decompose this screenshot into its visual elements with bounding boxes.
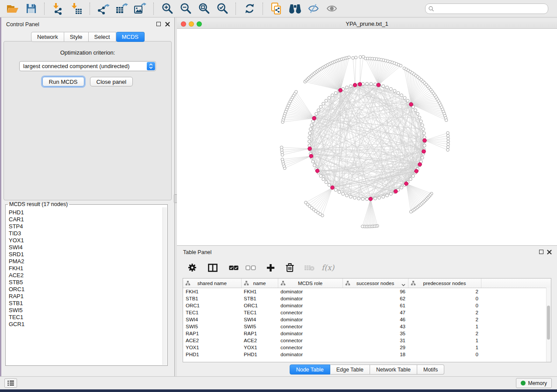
cell-shared-name[interactable]: YOX1 [183, 344, 241, 351]
tab-edge-table[interactable]: Edge Table [330, 364, 370, 375]
cell-name[interactable]: ACE2 [241, 337, 278, 344]
mcds-result-item[interactable]: CAR1 [9, 216, 163, 223]
cell-mcds-role[interactable]: connector [278, 309, 343, 316]
column-header-successor-nodes[interactable]: successor nodes [343, 279, 408, 288]
ui-panel-list-button[interactable] [4, 378, 17, 388]
mcds-result-item[interactable]: ACE2 [9, 272, 163, 279]
select-all-button[interactable] [229, 265, 239, 270]
cell-predecessor-nodes[interactable]: 0 [408, 295, 481, 302]
mcds-result-item[interactable]: PMA2 [9, 258, 163, 265]
cell-successor-nodes[interactable]: 61 [343, 302, 408, 309]
cell-name[interactable]: FKH1 [241, 288, 278, 296]
mcds-result-item[interactable]: GCR1 [9, 321, 163, 328]
unselect-all-button[interactable] [246, 265, 256, 270]
cell-successor-nodes[interactable]: 47 [343, 309, 408, 316]
cell-successor-nodes[interactable]: 29 [343, 344, 408, 351]
cell-shared-name[interactable]: RAP1 [183, 330, 241, 337]
cell-name[interactable]: RAP1 [241, 330, 278, 337]
table-row[interactable]: ORC1ORC1dominator610 [183, 302, 551, 309]
cell-name[interactable]: PHD1 [241, 351, 278, 358]
function-builder-label[interactable]: f(x) [322, 263, 334, 272]
cell-predecessor-nodes[interactable]: 1 [408, 344, 481, 351]
cell-predecessor-nodes[interactable]: 1 [408, 337, 481, 344]
cell-predecessor-nodes[interactable]: 0 [408, 302, 481, 309]
cell-predecessor-nodes[interactable]: 2 [408, 288, 481, 296]
cell-mcds-role[interactable]: dominator [278, 330, 343, 337]
mcds-result-item[interactable]: STB5 [9, 279, 163, 286]
table-scrollbar-thumb[interactable] [547, 306, 550, 340]
cell-mcds-role[interactable]: dominator [278, 295, 343, 302]
cell-name[interactable]: SWI5 [241, 323, 278, 330]
cell-successor-nodes[interactable]: 62 [343, 295, 408, 302]
tab-mcds[interactable]: MCDS [116, 32, 145, 42]
criterion-select[interactable]: largest connected component (undirected) [19, 61, 156, 71]
table-row[interactable]: FKH1FKH1dominator962 [183, 288, 551, 296]
tab-network-table[interactable]: Network Table [370, 364, 417, 375]
mcds-result-item[interactable]: RAP1 [9, 293, 163, 300]
cell-mcds-role[interactable]: connector [278, 323, 343, 330]
cell-predecessor-nodes[interactable]: 2 [408, 316, 481, 323]
close-panel-icon[interactable] [165, 21, 170, 27]
cell-predecessor-nodes[interactable]: 1 [408, 323, 481, 330]
tab-style[interactable]: Style [64, 32, 89, 42]
tab-motifs[interactable]: Motifs [417, 364, 444, 375]
cell-successor-nodes[interactable]: 18 [343, 351, 408, 358]
mcds-result-item[interactable]: SWI4 [9, 244, 163, 251]
show-details-button[interactable] [324, 1, 339, 16]
add-row-button[interactable] [266, 264, 275, 272]
cell-successor-nodes[interactable]: 31 [343, 337, 408, 344]
refresh-network-button[interactable] [242, 1, 257, 16]
search-input[interactable] [434, 5, 545, 12]
delete-table-button[interactable] [304, 265, 315, 271]
mcds-result-item[interactable]: SRD1 [9, 251, 163, 258]
table-scrollbar[interactable] [546, 288, 551, 362]
close-table-panel-icon[interactable] [547, 249, 552, 254]
zoom-fit-button[interactable] [196, 1, 212, 16]
cell-successor-nodes[interactable]: 43 [343, 323, 408, 330]
cell-shared-name[interactable]: ACE2 [183, 337, 241, 344]
mcds-result-item[interactable]: PHD1 [9, 209, 163, 216]
cell-successor-nodes[interactable]: 96 [343, 288, 408, 296]
result-list-scrollbar[interactable] [163, 207, 167, 365]
cell-mcds-role[interactable]: connector [278, 344, 343, 351]
cell-predecessor-nodes[interactable]: 0 [408, 351, 481, 358]
cell-shared-name[interactable]: PHD1 [183, 351, 241, 358]
run-mcds-button[interactable]: Run MCDS [42, 77, 84, 86]
delete-row-button[interactable] [285, 263, 294, 272]
cell-successor-nodes[interactable]: 46 [343, 316, 408, 323]
float-panel-icon[interactable] [156, 21, 161, 27]
cell-successor-nodes[interactable]: 35 [343, 330, 408, 337]
cell-name[interactable]: SWI4 [241, 316, 278, 323]
cell-shared-name[interactable]: SWI4 [183, 316, 241, 323]
cell-name[interactable]: YOX1 [241, 344, 278, 351]
search-field[interactable] [425, 3, 548, 14]
node-table[interactable]: shared namenameMCDS rolesuccessor nodesp… [183, 279, 551, 358]
network-canvas[interactable] [177, 29, 557, 245]
close-mcds-panel-button[interactable]: Close panel [90, 77, 133, 86]
tab-node-table[interactable]: Node Table [290, 364, 330, 375]
table-row[interactable]: RAP1RAP1dominator352 [183, 330, 551, 337]
clone-network-button[interactable] [269, 1, 284, 16]
cell-mcds-role[interactable]: dominator [278, 316, 343, 323]
cell-shared-name[interactable]: ORC1 [183, 302, 241, 309]
export-image-button[interactable] [132, 1, 148, 16]
cell-predecessor-nodes[interactable]: 2 [408, 330, 481, 337]
table-row[interactable]: STB1STB1dominator620 [183, 295, 551, 302]
cell-shared-name[interactable]: TEC1 [183, 309, 241, 316]
export-table-button[interactable] [114, 1, 130, 16]
cell-name[interactable]: STB1 [241, 295, 278, 302]
tab-network[interactable]: Network [31, 32, 64, 42]
mcds-result-item[interactable]: TEC1 [9, 314, 163, 321]
table-row[interactable]: ACE2ACE2connector311 [183, 337, 551, 344]
table-row[interactable]: TEC1TEC1connector472 [183, 309, 551, 316]
save-session-button[interactable] [23, 1, 39, 16]
float-table-panel-icon[interactable] [539, 249, 544, 254]
sort-chevron-icon[interactable] [401, 282, 405, 287]
cell-shared-name[interactable]: SWI5 [183, 323, 241, 330]
cell-name[interactable]: TEC1 [241, 309, 278, 316]
zoom-in-button[interactable] [159, 1, 175, 16]
column-header-shared-name[interactable]: shared name [183, 279, 241, 288]
hide-details-button[interactable] [305, 1, 321, 16]
import-network-button[interactable] [50, 1, 66, 16]
mcds-result-item[interactable]: SWI5 [9, 307, 163, 314]
